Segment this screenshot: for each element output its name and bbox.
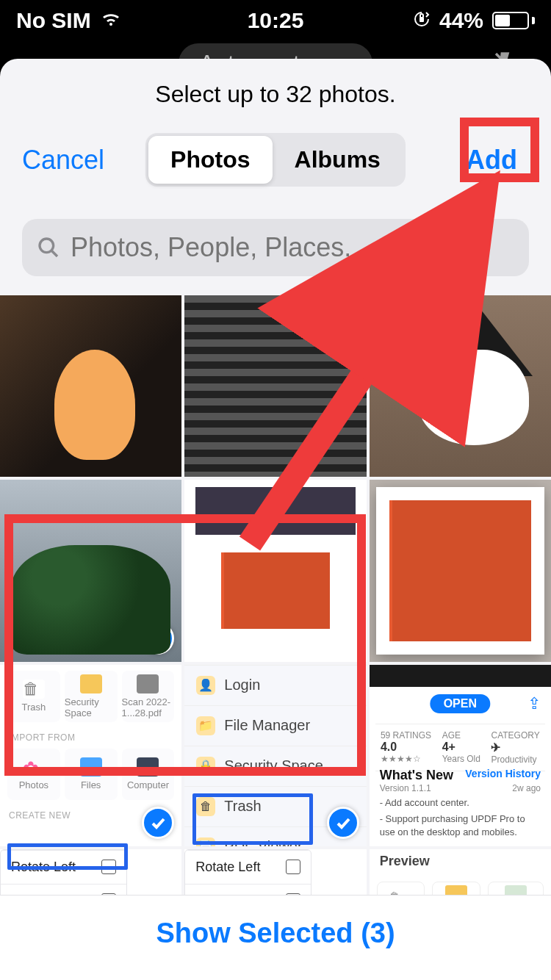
orientation-lock-icon xyxy=(413,8,431,33)
status-bar: No SIM 10:25 44% xyxy=(0,0,551,41)
sim-status: No SIM xyxy=(16,8,91,33)
photo-thumb[interactable] xyxy=(370,295,551,477)
seg-photos[interactable]: Photos xyxy=(148,136,272,184)
photo-thumb[interactable] xyxy=(0,295,181,477)
battery-percent: 44% xyxy=(439,8,483,33)
selected-check-icon xyxy=(142,622,174,655)
svg-rect-0 xyxy=(419,17,424,22)
photo-thumb[interactable]: Rotate Left Rotate Right Insert Blank Pa… xyxy=(0,849,181,895)
svg-line-3 xyxy=(51,251,57,256)
photo-thumb[interactable] xyxy=(184,480,366,661)
wifi-icon xyxy=(100,8,122,33)
photo-grid: Trash Security Space Scan 2022-1...28.pd… xyxy=(0,295,551,895)
photo-thumb[interactable]: Rotate Left Rotate Right Insert Blank Pa… xyxy=(184,849,366,895)
photo-thumb[interactable] xyxy=(0,480,181,661)
search-input[interactable] xyxy=(71,232,514,263)
add-button[interactable]: Add xyxy=(454,137,529,182)
battery-icon xyxy=(492,12,535,29)
picker-navbar: Cancel Photos Albums Add xyxy=(0,133,551,204)
selected-check-icon xyxy=(142,807,174,839)
photo-thumb[interactable]: OPEN ⇪ 59 RATINGS4.0★★★★☆ AGE4+Years Old… xyxy=(370,665,551,846)
selected-check-icon xyxy=(327,807,359,839)
photo-thumb[interactable] xyxy=(370,480,551,661)
photos-albums-segmented: Photos Albums xyxy=(145,133,406,187)
photo-thumb[interactable]: Preview 🗑Trash2 items Security Spaceno i… xyxy=(370,849,551,895)
show-selected-label: Show Selected (3) xyxy=(156,918,395,948)
photo-thumb[interactable] xyxy=(184,295,366,477)
show-selected-button[interactable]: Show Selected (3) xyxy=(0,895,551,980)
cancel-button[interactable]: Cancel xyxy=(22,145,104,176)
clock: 10:25 xyxy=(248,8,304,33)
seg-albums[interactable]: Albums xyxy=(273,136,403,184)
search-icon xyxy=(37,236,60,259)
photo-thumb[interactable]: 👤Login 📁File Manager 🔒Security Space 🗑Tr… xyxy=(184,665,366,846)
sheet-title: Select up to 32 photos. xyxy=(0,59,551,133)
search-field[interactable] xyxy=(22,219,529,276)
svg-point-2 xyxy=(40,239,54,253)
photo-picker-sheet: Select up to 32 photos. Cancel Photos Al… xyxy=(0,59,551,980)
photo-thumb[interactable]: Trash Security Space Scan 2022-1...28.pd… xyxy=(0,665,181,846)
